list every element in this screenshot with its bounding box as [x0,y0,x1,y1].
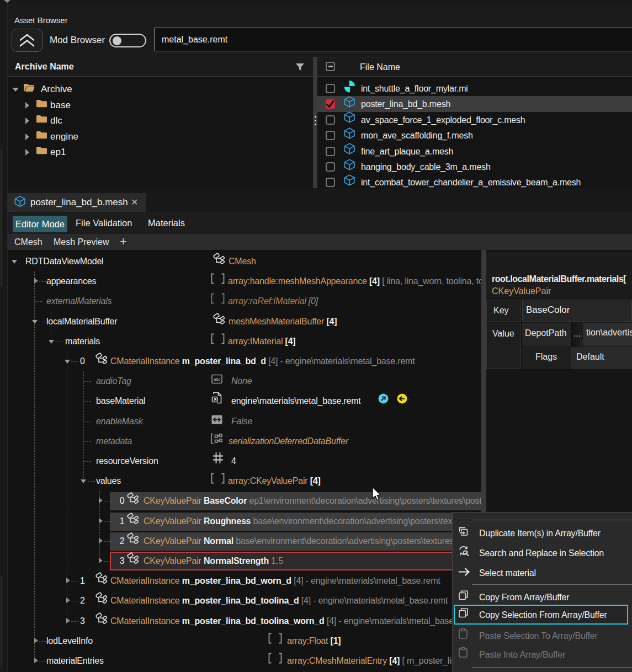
svg-text:abc: abc [214,377,220,382]
